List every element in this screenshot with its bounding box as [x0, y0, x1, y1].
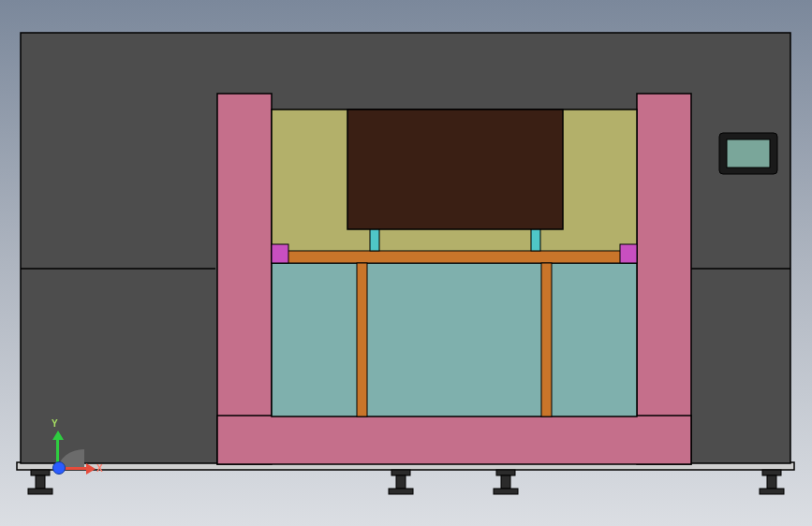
magenta-bracket-left: [272, 244, 288, 263]
magenta-bracket-right: [620, 244, 637, 263]
svg-rect-5: [36, 475, 45, 489]
cad-viewport[interactable]: Y X: [0, 0, 812, 526]
foot-3: [494, 470, 518, 494]
svg-rect-11: [501, 475, 510, 489]
svg-rect-10: [496, 470, 515, 475]
touchscreen: [719, 133, 777, 174]
pink-right-column: [637, 94, 691, 464]
svg-rect-9: [389, 489, 413, 494]
foot-4: [760, 470, 784, 494]
model-drawing: [0, 0, 812, 526]
svg-rect-6: [28, 489, 52, 494]
pink-left-column: [217, 94, 272, 464]
svg-rect-3: [727, 139, 770, 168]
orange-crossbar: [272, 251, 637, 263]
foot-1: [28, 470, 52, 494]
pink-bottom-bar: [217, 416, 691, 464]
brown-insert: [347, 110, 563, 229]
cyan-support-left: [370, 228, 379, 251]
teal-window: [272, 263, 637, 416]
svg-rect-13: [762, 470, 781, 475]
svg-rect-12: [494, 489, 518, 494]
cyan-support-right: [531, 228, 540, 251]
svg-rect-4: [31, 470, 50, 475]
orange-divider-left: [357, 263, 367, 416]
svg-rect-15: [760, 489, 784, 494]
orange-divider-right: [541, 263, 552, 416]
svg-rect-8: [396, 475, 406, 489]
svg-rect-14: [767, 475, 776, 489]
svg-rect-7: [391, 470, 410, 475]
foot-2: [389, 470, 413, 494]
